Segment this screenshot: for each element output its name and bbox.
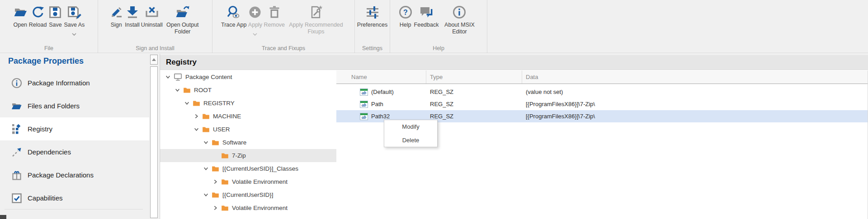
column-header-name[interactable]: Name [336, 70, 426, 84]
uninstall-button[interactable]: Uninstall [141, 0, 163, 28]
sidebar-item-files-and-folders[interactable]: Files and Folders [0, 94, 149, 117]
heading-bar: Registry [160, 54, 868, 70]
uninstall-icon [144, 4, 160, 21]
preferences-button-label: Preferences [357, 22, 387, 28]
ribbon-group-label: Help [390, 45, 487, 51]
help-question-icon: ? [398, 4, 413, 21]
open-output-folder-button-label: Open Output Folder [164, 22, 201, 35]
sidebar-item-registry[interactable]: Registry [0, 117, 149, 140]
uninstall-button-label: Uninstall [141, 22, 163, 28]
install-arrow-icon [125, 4, 140, 21]
ribbon-group-settings: Preferences Settings [355, 0, 390, 53]
preferences-button[interactable]: Preferences [357, 0, 387, 28]
help-button[interactable]: ? Help [398, 0, 413, 28]
scrollbar-up-button[interactable] [150, 55, 158, 65]
feedback-button[interactable]: Feedback [414, 0, 439, 28]
chevron-right-icon[interactable] [194, 114, 201, 119]
save-button[interactable]: Save [48, 0, 62, 28]
reload-button-label: Reload [29, 22, 47, 28]
remove-trash-icon [267, 4, 282, 21]
open-button[interactable]: Open [13, 0, 28, 28]
save-as-icon [66, 4, 82, 21]
sidebar-item-label: Capabilities [28, 194, 63, 202]
chevron-down-icon[interactable] [175, 88, 182, 93]
tree-item-label: ROOT [194, 87, 212, 93]
tree-item-registry-folder[interactable]: REGISTRY [160, 97, 336, 110]
help-button-label: Help [400, 22, 411, 28]
chevron-down-icon[interactable] [203, 166, 210, 171]
folder-icon [212, 140, 219, 146]
dependencies-arrow-icon [11, 147, 22, 158]
about-msix-editor-button[interactable]: About MSIX Editor [440, 0, 479, 35]
save-as-button[interactable]: Save As [64, 0, 85, 37]
open-output-folder-button[interactable]: Open Output Folder [164, 0, 201, 35]
sign-pencil-icon [109, 4, 123, 21]
install-button[interactable]: Install [125, 0, 140, 28]
column-header-data[interactable]: Data [522, 70, 868, 84]
tree-item-currentusersid-classes[interactable]: [{CurrentUserSID}]_Classes [160, 162, 336, 175]
chevron-down-icon[interactable] [203, 140, 210, 145]
tree-item-label: USER [213, 126, 230, 133]
column-header-type[interactable]: Type [426, 70, 522, 84]
tree-item-machine[interactable]: MACHINE [160, 110, 336, 123]
ribbon-toolbar: Open Reload Save Save As File [0, 0, 868, 53]
ribbon-group-help: ? Help Feedback About MSIX Editor Help [390, 0, 487, 53]
sidebar-item-capabilities[interactable]: Capabilities [0, 186, 149, 210]
sidebar-item-package-information[interactable]: Package Information [0, 71, 149, 94]
apply-recommended-fixups-button[interactable]: Apply Recommended Fixups [286, 0, 346, 35]
remove-button[interactable]: Remove [264, 0, 285, 28]
value-name: Path32 [371, 113, 390, 120]
chevron-right-icon[interactable] [213, 205, 220, 210]
open-folder-icon [13, 4, 28, 21]
value-data: (value not set) [522, 89, 868, 95]
ribbon-group-label: Trace and Fixups [212, 45, 354, 51]
reload-button[interactable]: Reload [29, 0, 47, 28]
tree-item-currentusersid[interactable]: [{CurrentUserSID}] [160, 188, 336, 201]
apply-button[interactable]: Apply [248, 0, 262, 37]
trace-app-magnifier-icon [226, 4, 241, 21]
reg-sz-icon: ab [360, 89, 368, 96]
trace-app-button[interactable]: Trace App [221, 0, 247, 28]
sign-button[interactable]: Sign [109, 0, 123, 28]
capabilities-checkbox-icon [11, 193, 22, 204]
reg-sz-icon: ab [360, 113, 368, 120]
value-name: Path [371, 101, 383, 107]
apply-button-label: Apply [248, 22, 262, 28]
tree-item-label: REGISTRY [203, 100, 235, 107]
table-row-path[interactable]: abPath REG_SZ [{ProgramFilesX86}]\7-Zip\ [336, 98, 868, 110]
chevron-down-icon[interactable] [194, 127, 201, 132]
value-name: (Default) [371, 89, 394, 95]
save-as-button-label: Save As [64, 22, 85, 28]
tree-item-root[interactable]: ROOT [160, 84, 336, 97]
context-menu-item-delete[interactable]: Delete [384, 134, 437, 147]
sidebar-items: Package Information Files and Folders Re… [0, 71, 149, 210]
open-output-folder-icon [175, 4, 190, 21]
table-row-default[interactable]: ab(Default) REG_SZ (value not set) [336, 86, 868, 98]
ribbon-group-label: Sign and Install [98, 45, 212, 51]
sidebar-item-dependencies[interactable]: Dependencies [0, 140, 149, 163]
chevron-down-icon[interactable] [184, 101, 191, 106]
tree-item-volatile-environment[interactable]: Volatile Environment [160, 175, 336, 188]
tree-item-user[interactable]: USER [160, 123, 336, 136]
chevron-down-icon[interactable] [203, 192, 210, 197]
tree-item-volatile-environment-2[interactable]: Volatile Environment [160, 201, 336, 214]
list-header: Name Type Data [336, 70, 868, 84]
reload-icon [31, 4, 45, 21]
tree-item-7zip[interactable]: 7-Zip [160, 149, 336, 162]
chevron-right-icon[interactable] [213, 179, 220, 184]
chevron-down-icon[interactable] [165, 75, 172, 79]
tree-item-label: MACHINE [213, 113, 241, 120]
context-menu-item-modify[interactable]: Modify [384, 120, 437, 134]
ribbon-group-label: File [0, 45, 98, 51]
context-menu: Modify Delete [384, 120, 438, 147]
sidebar-divider [5, 209, 143, 210]
tree-item-package-content[interactable]: Package Content [160, 70, 336, 84]
ribbon-spacer [487, 0, 868, 53]
svg-text:?: ? [403, 9, 408, 16]
scrollbar-thumb[interactable] [150, 66, 158, 218]
sidebar-scrollbar[interactable] [149, 54, 159, 219]
tree-item-software[interactable]: Software [160, 136, 336, 149]
sidebar-item-label: Package Information [28, 79, 90, 87]
sidebar-item-package-declarations[interactable]: Package Declarations [0, 163, 149, 186]
sidebar-item-label: Files and Folders [28, 102, 80, 110]
